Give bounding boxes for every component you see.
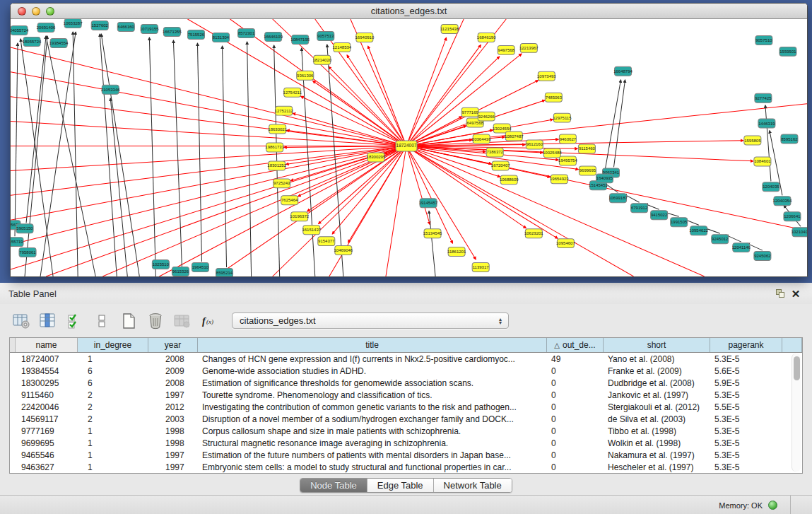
graph-node[interactable]: 1025510 — [152, 260, 169, 269]
cell-short[interactable]: Stergiakouli et al. (2012) — [604, 402, 710, 412]
table-row[interactable]: 911546021997Tourette syndrome. Phenomeno… — [10, 389, 802, 401]
graph-node[interactable]: 10688609 — [500, 175, 519, 185]
cell-year[interactable]: 2003 — [148, 414, 198, 424]
graph-node[interactable]: 16846190 — [477, 33, 496, 42]
cell-in_degree[interactable]: 6 — [78, 378, 148, 388]
cell-year[interactable]: 2009 — [148, 366, 198, 376]
graph-node[interactable]: 18300295 — [367, 153, 386, 162]
cell-pagerank[interactable]: 5.9E-5 — [710, 378, 782, 388]
table-vertical-scrollbar[interactable] — [792, 354, 801, 472]
cell-out_degree[interactable]: 0 — [547, 450, 604, 460]
graph-node[interactable]: 18055724 — [23, 37, 42, 46]
cell-out_degree[interactable]: 0 — [547, 414, 604, 424]
network-window-titlebar[interactable]: citations_edges.txt — [11, 4, 807, 19]
network-window[interactable]: citations_edges.txt 24055724 20691406 10… — [10, 3, 808, 277]
column-header-out_degree[interactable]: △out_de... — [547, 338, 604, 352]
cell-pagerank[interactable]: 5.3E-5 — [710, 462, 782, 472]
table-row[interactable]: 946362711997Embryonic stem cells: a mode… — [10, 461, 802, 473]
graph-node[interactable]: 8595214 — [216, 269, 233, 276]
graph-node[interactable]: 16648794 — [613, 66, 632, 76]
cell-year[interactable]: 1997 — [148, 390, 198, 400]
memory-status-indicator[interactable] — [768, 501, 777, 510]
graph-node[interactable]: 18724007 — [396, 141, 417, 151]
table-row[interactable]: 946554611997Estimation of the future num… — [10, 449, 802, 461]
cell-year[interactable]: 1998 — [148, 438, 198, 448]
cell-short[interactable]: Franke et al. (2009) — [604, 366, 710, 376]
graph-node[interactable]: 1559501 — [779, 47, 796, 56]
graph-node[interactable]: 7515526 — [187, 30, 204, 39]
graph-node[interactable]: 12040354 — [773, 197, 792, 206]
graph-node[interactable]: 1991505 — [671, 218, 688, 227]
graph-node[interactable]: 19861731 — [265, 143, 284, 152]
cell-pagerank[interactable]: 5.3E-5 — [710, 438, 782, 448]
table-row[interactable]: 1456911722003Disruption of a novel membe… — [10, 413, 802, 425]
cell-title[interactable]: Embryonic stem cells: a model to study s… — [198, 462, 547, 472]
delete-column-button[interactable] — [144, 310, 167, 332]
cell-in_degree[interactable]: 2 — [78, 390, 148, 400]
graph-node[interactable]: 9463627 — [559, 134, 576, 144]
graph-node[interactable]: 1595805 — [744, 136, 761, 145]
cell-short[interactable]: Jankovic et al. (1997) — [604, 390, 710, 400]
graph-node[interactable]: 10025488 — [543, 148, 562, 158]
graph-node[interactable]: 12752112 — [275, 106, 294, 115]
cell-name[interactable]: 18724007 — [16, 354, 78, 364]
graph-node[interactable]: 9615326 — [172, 267, 189, 276]
cell-title[interactable]: Estimation of significance thresholds fo… — [198, 378, 547, 388]
graph-node[interactable]: 9246266 — [478, 112, 495, 121]
close-panel-button[interactable]: ✕ — [788, 286, 804, 300]
graph-node[interactable]: 8572301 — [238, 28, 255, 37]
graph-node[interactable]: 9057513 — [317, 31, 334, 40]
show-columns-button[interactable] — [37, 310, 59, 332]
cell-short[interactable]: de Silva et al. (2003) — [604, 414, 710, 424]
graph-node[interactable]: 11215438 — [440, 24, 459, 33]
function-builder-button[interactable]: f(x) — [198, 310, 220, 332]
graph-node[interactable]: 1527602 — [91, 21, 108, 30]
cell-out_degree[interactable]: 0 — [547, 462, 604, 472]
graph-node[interactable]: 10699187 — [608, 194, 628, 203]
cell-title[interactable]: Estimation of the future numbers of pati… — [198, 450, 547, 460]
create-column-button[interactable] — [117, 310, 140, 332]
delete-table-button[interactable] — [171, 310, 194, 332]
graph-node[interactable]: 10719155 — [140, 24, 159, 33]
graph-node[interactable]: 12975115 — [553, 113, 572, 122]
cell-pagerank[interactable]: 5.6E-5 — [710, 366, 782, 376]
graph-node[interactable]: 19654923 — [550, 175, 569, 184]
graph-node[interactable]: 1446319 — [758, 119, 775, 128]
graph-node[interactable]: 1139317 — [472, 263, 489, 272]
select-all-button[interactable] — [64, 310, 86, 332]
graph-node[interactable]: 12148534 — [332, 42, 351, 52]
cell-title[interactable]: Tourette syndrome. Phenomenology and cla… — [198, 390, 547, 400]
graph-node[interactable]: 5905150 — [16, 224, 33, 233]
graph-node[interactable]: 7485063 — [545, 93, 562, 102]
tab-network-table[interactable]: Network Table — [434, 479, 512, 492]
graph-node[interactable]: 20364436 — [472, 134, 491, 144]
graph-node[interactable]: 9777169 — [461, 107, 478, 117]
cell-out_degree[interactable]: 0 — [547, 378, 604, 388]
cell-name[interactable]: 22420046 — [16, 402, 78, 412]
cell-name[interactable]: 18300295 — [16, 378, 78, 388]
tab-edge-table[interactable]: Edge Table — [367, 479, 434, 492]
table-row[interactable]: 1872400712008Changes of HCN gene express… — [10, 353, 802, 365]
graph-node[interactable]: 16646109 — [264, 32, 283, 41]
cell-in_degree[interactable]: 1 — [78, 438, 148, 448]
zoom-window-button[interactable] — [46, 7, 54, 16]
graph-node[interactable]: 9277425 — [755, 93, 772, 103]
graph-node[interactable]: 10973493 — [537, 71, 556, 81]
close-window-button[interactable] — [18, 7, 26, 16]
graph-node[interactable]: 9497568 — [498, 45, 514, 54]
graph-node[interactable]: 7958061 — [19, 248, 36, 257]
graph-node[interactable]: 12213967 — [519, 43, 539, 52]
cell-title[interactable]: Investigating the contribution of common… — [198, 402, 547, 412]
minimize-window-button[interactable] — [32, 7, 40, 16]
network-canvas[interactable]: 24055724 20691406 10653287 1527602 64661… — [11, 19, 807, 276]
graph-node[interactable]: 10954607 — [556, 239, 575, 248]
cell-title[interactable]: Disruption of a novel member of a sodium… — [198, 414, 547, 424]
column-header-short[interactable]: short — [604, 338, 710, 352]
cell-in_degree[interactable]: 6 — [78, 366, 148, 376]
column-header-title[interactable]: title — [198, 338, 547, 352]
cell-out_degree[interactable]: 0 — [547, 438, 604, 448]
cell-short[interactable]: Wolkin et al. (1998) — [604, 438, 710, 448]
column-header-year[interactable]: year — [148, 338, 198, 352]
graph-node[interactable]: 10653287 — [64, 19, 83, 28]
cell-short[interactable]: Dudbridge et al. (2008) — [604, 378, 710, 388]
